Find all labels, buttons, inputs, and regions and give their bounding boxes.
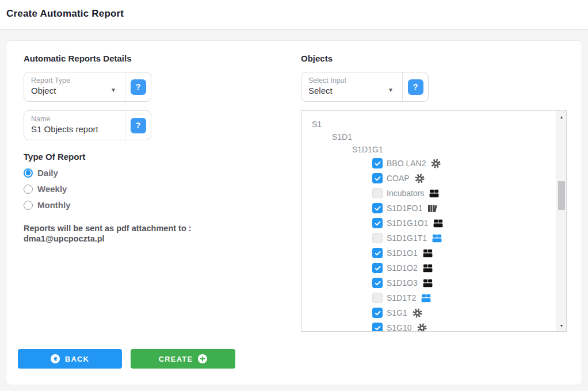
tree-item-label: Incubators: [387, 189, 424, 198]
radio-weekly-label: Weekly: [37, 184, 67, 194]
radio-daily-circle-icon[interactable]: [24, 168, 33, 178]
report-type-select-box: Report Type Object ▼ ?: [24, 72, 151, 102]
books-icon: [426, 202, 438, 214]
radio-monthly-circle-icon[interactable]: [24, 201, 33, 210]
tree-item-label: BBO LAN2: [387, 159, 426, 168]
scrollbar[interactable]: ▲ ▼: [556, 111, 566, 331]
tree-item-row[interactable]: COAP: [301, 171, 556, 186]
tree-checkbox[interactable]: [372, 323, 383, 332]
pdf-note: Reports will be sent as pdf attachment t…: [24, 224, 282, 244]
tree-item-row[interactable]: S1D1O3: [301, 275, 556, 290]
scrollbar-thumb[interactable]: [558, 181, 565, 210]
radio-monthly-label: Monthly: [37, 200, 71, 210]
back-button[interactable]: BACK: [18, 349, 122, 369]
tree-item-label: S1D1T2: [387, 293, 416, 302]
radio-daily-label: Daily: [37, 168, 58, 178]
select-input-help-area: ?: [402, 72, 428, 101]
tree-checkbox[interactable]: [372, 278, 383, 288]
name-label: Name: [31, 115, 125, 123]
tree-checkbox[interactable]: [372, 203, 383, 213]
scrollbar-down-icon[interactable]: ▼: [557, 321, 566, 330]
radio-daily[interactable]: Daily: [24, 168, 282, 178]
name-field[interactable]: Name S1 Objects report: [24, 111, 125, 140]
tree-item-row[interactable]: S1D1G1O1: [301, 216, 556, 231]
back-button-label: BACK: [65, 355, 89, 363]
gear-icon: [430, 158, 442, 170]
tree-item-label: S1D1O1: [387, 248, 418, 258]
tree-item-row[interactable]: S1G1: [301, 305, 556, 320]
box-black-icon: [422, 277, 434, 289]
tree-item-label: S1D1O3: [387, 278, 418, 288]
details-heading: Automatic Reports Details: [24, 53, 282, 63]
tree-checkbox[interactable]: [372, 263, 383, 273]
report-type-select[interactable]: Report Type Object ▼: [24, 72, 125, 101]
gear-icon: [416, 322, 428, 332]
tree-group-row[interactable]: S1D1G1: [301, 143, 556, 156]
tree-item-row[interactable]: S1G10: [301, 320, 556, 332]
name-help-area: ?: [125, 111, 151, 140]
tree-item-row[interactable]: Incubators: [301, 186, 556, 201]
tree-item-label: S1G10: [387, 323, 412, 332]
select-input-box: Select Input Select ▼ ?: [301, 72, 429, 102]
objects-tree-panel: S1S1D1S1D1G1 BBO LAN2 COAP Incubators S1…: [301, 110, 567, 332]
gear-icon: [414, 172, 426, 185]
tree-item-row[interactable]: S1D1T2: [301, 290, 556, 305]
tree-item-label: S1D1FO1: [387, 204, 422, 213]
tree-item-label: S1D1O2: [387, 263, 418, 273]
tree-checkbox[interactable]: [372, 308, 383, 318]
tree-item-row[interactable]: S1D1O2: [301, 260, 556, 275]
plus-circle-icon: [198, 354, 207, 363]
report-type-label: Report Type: [31, 76, 125, 85]
create-report-card: Automatic Reports Details Report Type Ob…: [6, 40, 582, 385]
report-type-help-area: ?: [125, 72, 151, 101]
radio-weekly-circle-icon[interactable]: [24, 185, 33, 194]
tree-group-row[interactable]: S1: [301, 118, 556, 131]
select-input-help-button[interactable]: ?: [408, 79, 423, 95]
pdf-note-line1: Reports will be sent as pdf attachment t…: [24, 224, 192, 233]
details-section: Automatic Reports Details Report Type Ob…: [24, 53, 282, 244]
tree-checkbox[interactable]: [372, 188, 383, 198]
name-value: S1 Objects report: [31, 124, 125, 134]
scrollbar-up-icon[interactable]: ▲: [557, 112, 566, 121]
create-button-label: CREATE: [159, 355, 193, 363]
tree-item-label: S1D1G1T1: [387, 233, 427, 243]
tree-item-label: S1G1: [387, 308, 407, 317]
create-button[interactable]: CREATE: [131, 349, 235, 369]
objects-heading: Objects: [301, 53, 567, 63]
select-input-label: Select Input: [308, 76, 402, 85]
chevron-down-icon: ▼: [388, 87, 394, 93]
tree-checkbox[interactable]: [372, 158, 383, 168]
tree-item-row[interactable]: S1D1G1T1: [301, 231, 556, 246]
name-help-button[interactable]: ?: [131, 118, 146, 133]
tree-item-row[interactable]: S1D1O1: [301, 246, 556, 260]
radio-weekly[interactable]: Weekly: [24, 184, 282, 194]
box-blue-icon: [420, 292, 432, 304]
radio-monthly[interactable]: Monthly: [24, 200, 282, 210]
box-black-icon: [422, 262, 434, 274]
tree-item-label: S1D1G1O1: [387, 218, 428, 228]
tree-checkbox[interactable]: [372, 218, 383, 228]
tree-item-row[interactable]: BBO LAN2: [301, 156, 556, 171]
tree-item-label: S1D1: [332, 132, 352, 141]
chevron-down-icon: ▼: [110, 87, 116, 93]
select-input-select[interactable]: Select Input Select ▼: [301, 72, 402, 101]
tree-item-label: S1: [312, 120, 322, 129]
box-blue-icon: [431, 232, 443, 244]
name-select-box: Name S1 Objects report ?: [24, 110, 151, 140]
gear-icon: [411, 307, 423, 319]
report-type-help-button[interactable]: ?: [131, 79, 146, 95]
tree-checkbox[interactable]: [372, 293, 383, 303]
tree-checkbox[interactable]: [372, 248, 383, 258]
box-black-icon: [428, 187, 440, 200]
tree-item-label: S1D1G1: [352, 145, 383, 154]
tree-checkbox[interactable]: [372, 233, 383, 243]
tree-checkbox[interactable]: [372, 173, 383, 183]
type-of-report-heading: Type Of Report: [24, 152, 282, 162]
box-black-icon: [422, 247, 434, 259]
tree-item-row[interactable]: S1D1FO1: [301, 201, 556, 216]
arrow-left-circle-icon: [51, 354, 60, 363]
box-black-icon: [432, 217, 444, 229]
page-header: Create Automatic Report: [0, 0, 588, 30]
page-title: Create Automatic Report: [0, 0, 588, 20]
tree-group-row[interactable]: S1D1: [301, 131, 556, 143]
